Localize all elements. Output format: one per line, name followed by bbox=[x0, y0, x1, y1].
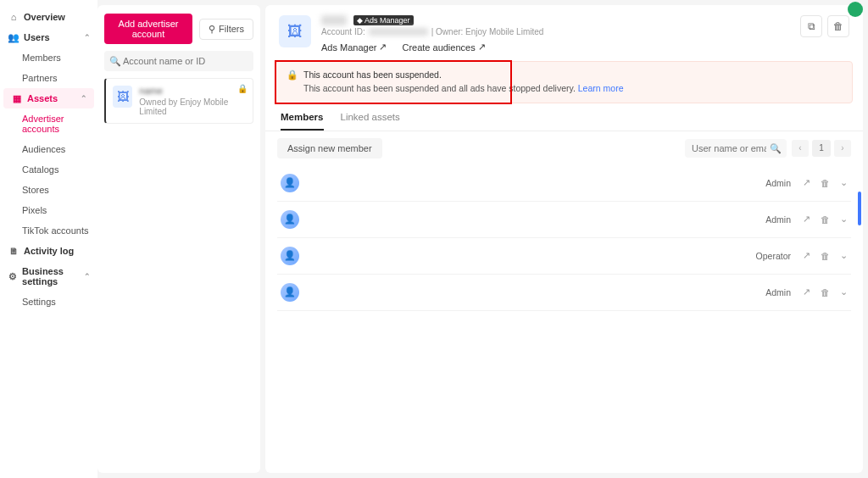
nav-label: Business settings bbox=[22, 266, 89, 286]
assign-member-button[interactable]: Assign new member bbox=[277, 138, 382, 158]
lock-icon: 🔒 bbox=[287, 69, 298, 81]
chevron-up-icon: ⌃ bbox=[84, 272, 91, 281]
member-row[interactable]: 👤Admin↗🗑⌄ bbox=[277, 202, 851, 238]
link-label: Create audiences bbox=[402, 42, 475, 53]
member-row[interactable]: 👤Operator↗🗑⌄ bbox=[277, 238, 851, 275]
delete-button[interactable]: 🗑 bbox=[827, 15, 849, 37]
nav-label: Stores bbox=[22, 185, 49, 195]
nav-label: Activity log bbox=[24, 246, 74, 256]
profile-avatar[interactable] bbox=[848, 2, 863, 17]
lock-icon: 🔒 bbox=[237, 84, 248, 93]
chevron-up-icon: ⌃ bbox=[81, 94, 87, 103]
copy-icon: ⧉ bbox=[808, 20, 815, 32]
create-audiences-link[interactable]: Create audiences ↗ bbox=[402, 42, 485, 53]
home-icon: ⌂ bbox=[8, 12, 19, 22]
nav-label: TikTok accounts bbox=[22, 225, 88, 236]
scrollbar-handle[interactable] bbox=[858, 192, 861, 225]
nav-pixels[interactable]: Pixels bbox=[0, 200, 97, 220]
member-avatar: 👤 bbox=[281, 210, 299, 229]
nav-assets[interactable]: ▦ Assets ⌃ bbox=[3, 88, 94, 108]
document-icon: 🗎 bbox=[8, 246, 19, 256]
nav-label: Audiences bbox=[22, 144, 65, 154]
chevron-down-icon[interactable]: ⌄ bbox=[840, 214, 848, 225]
page-prev-button[interactable]: ‹ bbox=[792, 140, 809, 157]
account-owner: Owned by Enjoy Mobile Limited bbox=[139, 97, 246, 116]
account-thumb-icon: 🖼 bbox=[113, 86, 132, 108]
member-list: 👤Admin↗🗑⌄👤Admin↗🗑⌄👤Operator↗🗑⌄👤Admin↗🗑⌄ bbox=[265, 165, 863, 311]
member-avatar: 👤 bbox=[281, 174, 299, 192]
nav-audiences[interactable]: Audiences bbox=[0, 139, 97, 159]
pagination: ‹ 1 › bbox=[792, 140, 851, 157]
trash-icon: 🗑 bbox=[833, 20, 843, 32]
account-avatar: 🖼 bbox=[279, 15, 311, 47]
nav-label: Members bbox=[22, 53, 61, 63]
main-panel: 🖼 ◆ Ads Manager Account ID: | Owner: Enj… bbox=[265, 5, 863, 473]
nav-members[interactable]: Members bbox=[0, 47, 97, 68]
member-role: Admin bbox=[765, 178, 791, 188]
chevron-down-icon[interactable]: ⌄ bbox=[840, 286, 848, 297]
nav-users[interactable]: 👥 Users ⌃ bbox=[0, 27, 97, 47]
nav-overview[interactable]: ⌂ Overview bbox=[0, 7, 97, 27]
tab-members[interactable]: Members bbox=[281, 112, 324, 131]
nav-business-settings[interactable]: ⚙ Business settings ⌃ bbox=[0, 261, 97, 292]
account-card[interactable]: 🖼 name Owned by Enjoy Mobile Limited 🔒 bbox=[104, 78, 253, 124]
assets-icon: ▦ bbox=[12, 93, 22, 103]
sidebar: ⌂ Overview 👥 Users ⌃ Members Partners ▦ … bbox=[0, 0, 97, 478]
trash-icon[interactable]: 🗑 bbox=[821, 287, 830, 297]
external-link-icon[interactable]: ↗ bbox=[803, 214, 810, 225]
account-id-label: Account ID: bbox=[321, 27, 365, 36]
external-link-icon: ↗ bbox=[379, 42, 387, 53]
nav-catalogs[interactable]: Catalogs bbox=[0, 159, 97, 180]
users-icon: 👥 bbox=[8, 32, 19, 42]
trash-icon[interactable]: 🗑 bbox=[821, 214, 830, 225]
nav-partners[interactable]: Partners bbox=[0, 68, 97, 88]
gear-icon: ⚙ bbox=[8, 271, 17, 281]
nav-settings[interactable]: Settings bbox=[0, 292, 97, 312]
external-link-icon: ↗ bbox=[478, 42, 486, 53]
nav-label: Advertiser accounts bbox=[22, 114, 89, 134]
suspension-alert: 🔒 This account has been suspended. This … bbox=[275, 61, 853, 103]
owner-label: | Owner: Enjoy Mobile Limited bbox=[431, 27, 544, 36]
member-role: Admin bbox=[765, 214, 791, 225]
page-number: 1 bbox=[812, 140, 831, 157]
filter-icon: ⚲ bbox=[209, 24, 215, 35]
nav-label: Users bbox=[24, 32, 50, 42]
external-link-icon[interactable]: ↗ bbox=[803, 177, 810, 188]
page-next-button[interactable]: › bbox=[834, 140, 851, 157]
alert-title: This account has been suspended. bbox=[303, 69, 442, 80]
nav-tiktok-accounts[interactable]: TikTok accounts bbox=[0, 220, 97, 241]
search-icon: 🔍 bbox=[109, 56, 121, 67]
nav-label: Pixels bbox=[22, 205, 47, 215]
chevron-up-icon: ⌃ bbox=[84, 33, 91, 42]
member-row[interactable]: 👤Admin↗🗑⌄ bbox=[277, 275, 851, 311]
chevron-down-icon[interactable]: ⌄ bbox=[840, 177, 848, 188]
account-name: name bbox=[139, 86, 246, 96]
account-title-redacted bbox=[321, 15, 347, 25]
nav-label: Settings bbox=[22, 297, 56, 307]
trash-icon[interactable]: 🗑 bbox=[821, 178, 830, 188]
nav-advertiser-accounts[interactable]: Advertiser accounts bbox=[0, 108, 97, 139]
search-icon: 🔍 bbox=[770, 142, 782, 153]
badge-label: Ads Manager bbox=[364, 16, 410, 25]
chevron-down-icon[interactable]: ⌄ bbox=[840, 250, 848, 261]
trash-icon[interactable]: 🗑 bbox=[821, 251, 830, 261]
detail-tabs: Members Linked assets bbox=[265, 103, 863, 131]
add-advertiser-button[interactable]: Add advertiser account bbox=[104, 14, 192, 44]
tab-linked-assets[interactable]: Linked assets bbox=[341, 112, 400, 131]
filters-button[interactable]: ⚲ Filters bbox=[199, 19, 253, 40]
nav-activity-log[interactable]: 🗎 Activity log bbox=[0, 241, 97, 261]
link-label: Ads Manager bbox=[321, 42, 376, 53]
account-search-input[interactable] bbox=[104, 51, 253, 71]
nav-stores[interactable]: Stores bbox=[0, 180, 97, 200]
account-id-redacted bbox=[369, 28, 428, 36]
learn-more-link[interactable]: Learn more bbox=[578, 83, 624, 93]
member-avatar: 👤 bbox=[281, 283, 299, 302]
member-row[interactable]: 👤Admin↗🗑⌄ bbox=[277, 165, 851, 202]
ads-manager-link[interactable]: Ads Manager ↗ bbox=[321, 42, 387, 53]
external-link-icon[interactable]: ↗ bbox=[803, 250, 810, 261]
nav-label: Overview bbox=[24, 12, 65, 22]
external-link-icon[interactable]: ↗ bbox=[803, 286, 810, 297]
copy-button[interactable]: ⧉ bbox=[800, 15, 822, 37]
member-avatar: 👤 bbox=[281, 247, 299, 265]
alert-text: This account has been suspended and all … bbox=[303, 83, 576, 93]
